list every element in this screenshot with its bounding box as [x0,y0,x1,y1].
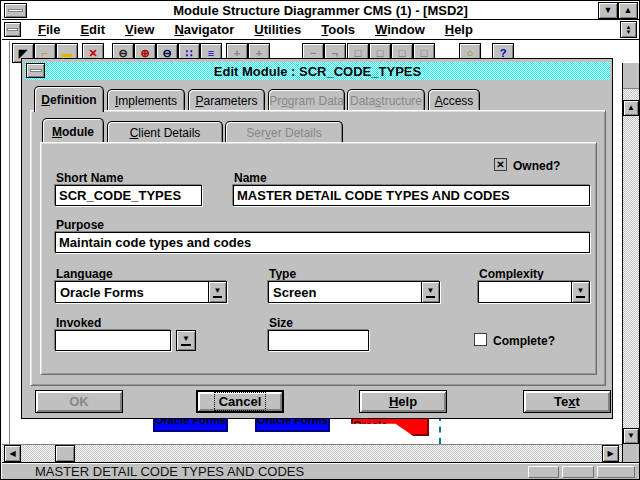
chevron-down-icon: ▼ [213,287,223,298]
short-name-input[interactable] [56,186,201,205]
language-value: Oracle Forms [56,285,208,300]
tab-access[interactable]: Access [428,89,480,110]
minus-icon: − [310,48,316,59]
menu-view[interactable]: View [115,22,164,37]
scroll-down-button[interactable]: ▼ [623,428,639,444]
dialog-system-menu-button[interactable] [26,63,45,78]
tab-parameters[interactable]: Parameters [188,89,265,110]
open-icon: ⌐ [42,48,48,59]
purpose-input[interactable] [56,233,589,252]
status-panel-1 [528,466,559,478]
box-icon: ▬ [62,48,73,59]
chevron-down-icon: ▼ [426,287,436,298]
system-menu-button[interactable] [4,3,27,18]
hscroll-thumb[interactable] [55,445,75,462]
dialog-title: Edit Module : SCR_CODE_TYPES [214,64,421,79]
statusbar: MASTER DETAIL CODE TYPES AND CODES [2,462,639,479]
name-field-wrap [233,185,590,206]
window-icon: □ [355,48,362,59]
status-panel-2 [562,466,594,478]
owned-label: Owned? [513,159,560,173]
maximize-button[interactable]: ▲ [618,2,638,19]
question-mark-icon: ? [500,48,507,59]
pointer-icon: ◤ [19,48,27,59]
plus-icon: + [234,48,240,59]
invoked-dropdown-button[interactable]: ▼ [176,330,196,351]
grid-icon: ∷ [186,48,193,59]
size-input[interactable] [269,331,368,350]
scroll-up-button[interactable]: ▲ [623,100,639,116]
menu-help[interactable]: Help [435,22,483,37]
dialog-system-menu-icon [30,69,42,72]
language-combo[interactable]: Oracle Forms ▼ [55,281,227,303]
language-label: Language [56,267,113,281]
cancel-button-label: Cancel [215,393,266,410]
tab-program-data: Program Data [268,89,345,110]
circle-plus-icon: ⊕ [140,48,149,59]
short-name-label: Short Name [56,171,123,185]
subtab-client-details[interactable]: Client Details [107,121,223,142]
arrow-up-icon: ▲ [627,104,635,112]
complete-label: Complete? [493,334,555,348]
tab-implements[interactable]: Implements [107,89,185,110]
owned-checkbox: ✕ [494,158,507,171]
size-label: Size [269,316,293,330]
horizontal-scrollbar[interactable]: ◀ ▶ [2,444,622,462]
scrollbar-corner [622,444,640,462]
circle-minus-icon: ⊖ [118,48,127,59]
menu-window[interactable]: Window [365,22,435,37]
delete-x-icon: ✕ [88,48,97,59]
menu-edit[interactable]: Edit [70,22,115,37]
menu-utilities[interactable]: Utilities [244,22,311,37]
tab-definition[interactable]: Definition [34,86,104,112]
child-system-menu-button[interactable] [4,22,21,37]
cancel-button[interactable]: Cancel [196,390,284,413]
name-label: Name [234,171,267,185]
complete-checkbox[interactable] [474,333,487,346]
short-name-field-wrap [55,185,202,206]
scroll-left-button[interactable]: ◀ [4,445,21,462]
menu-navigator[interactable]: Navigator [164,22,244,37]
complexity-combo[interactable]: ▼ [478,281,590,303]
invoked-input[interactable] [56,331,170,350]
child-restore-button[interactable]: ▲▼ [620,21,637,38]
window-icon: □ [399,48,406,59]
type-label: Type [269,267,296,281]
child-system-menu-icon [7,28,18,31]
menu-tools[interactable]: Tools [311,22,365,37]
type-combo[interactable]: Screen ▼ [268,281,440,303]
status-message: MASTER DETAIL CODE TYPES AND CODES [2,464,304,479]
complexity-label: Complexity [479,267,544,281]
minimize-icon: ▼ [604,6,613,15]
window-title: Module Structure Diagrammer CMS (1) - [M… [2,3,639,18]
complexity-dropdown-button[interactable]: ▼ [571,282,589,302]
minimize-button[interactable]: ▼ [598,2,618,19]
vertical-scrollbar[interactable]: ▲ ▼ [622,63,639,444]
arrow-down-icon: ▼ [627,432,635,440]
scrollbar-frame [623,63,639,89]
text-button[interactable]: Text [523,390,611,413]
size-field-wrap [268,330,369,351]
help-button[interactable]: Help [359,390,447,413]
ok-button-label: OK [69,394,89,409]
menubar: File Edit View Navigator Utilities Tools… [2,20,639,40]
type-dropdown-button[interactable]: ▼ [421,282,439,302]
status-panel-3 [597,466,635,478]
menu-file[interactable]: File [28,22,70,37]
tab-datastructure: Datastructure [347,89,425,110]
chevron-down-icon: ▼ [576,287,586,298]
invoked-field-wrap [55,330,171,351]
maximize-icon: ▲ [624,6,633,15]
chevron-down-icon: ▼ [181,335,191,346]
name-input[interactable] [234,186,589,205]
scroll-right-button[interactable]: ▶ [602,445,619,462]
application-window: Module Structure Diagrammer CMS (1) - [M… [0,0,640,480]
invoked-label: Invoked [56,316,101,330]
window-icon: □ [421,48,428,59]
help-button-label: Help [389,394,417,409]
language-dropdown-button[interactable]: ▼ [208,282,226,302]
type-value: Screen [269,285,421,300]
subtab-module[interactable]: Module [42,118,104,144]
text-button-label: Text [554,394,580,409]
purpose-field-wrap [55,232,590,253]
